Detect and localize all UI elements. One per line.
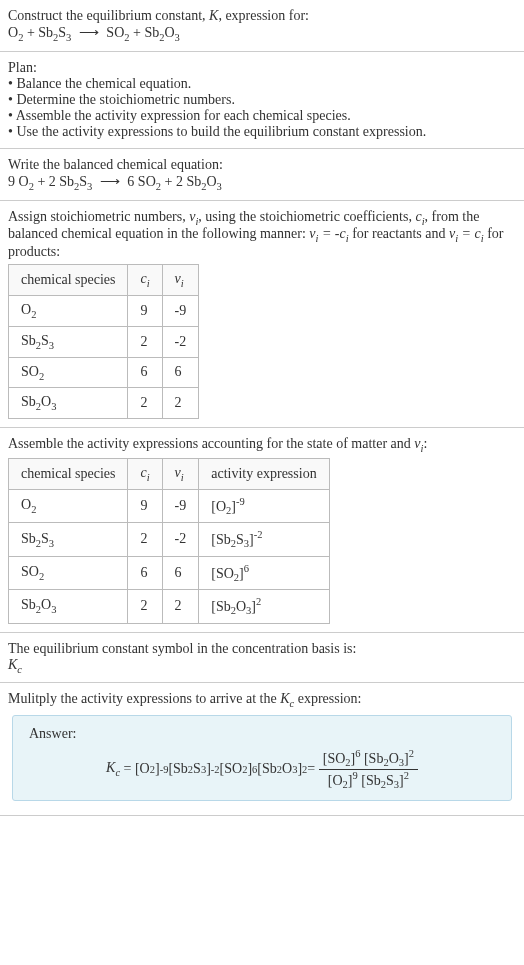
answer-box: Answer: Kc = [O2]-9 [Sb2S3]-2 [SO2]6 [Sb…	[12, 715, 512, 801]
nui-cell: 6	[162, 556, 199, 589]
nui-cell: -9	[162, 295, 199, 326]
header-section: Construct the equilibrium constant, K, e…	[0, 0, 524, 52]
nui-cell: 2	[162, 388, 199, 419]
table-header-row: chemical species ci νi activity expressi…	[9, 458, 330, 489]
species-cell: O2	[9, 489, 128, 522]
construct-text: Construct the equilibrium constant,	[8, 8, 209, 23]
nui-cell: -2	[162, 523, 199, 556]
ci-cell: 9	[128, 489, 162, 522]
multiply-text: Mulitply the activity expressions to arr…	[8, 691, 516, 709]
balanced-title: Write the balanced chemical equation:	[8, 157, 516, 173]
species-cell: SO2	[9, 556, 128, 589]
assign-section: Assign stoichiometric numbers, νi, using…	[0, 201, 524, 429]
ci-cell: 2	[128, 326, 162, 357]
nui-cell: -9	[162, 489, 199, 522]
nui-cell: -2	[162, 326, 199, 357]
answer-label: Answer:	[29, 726, 495, 742]
table-row: SO2 6 6	[9, 357, 199, 388]
eq-const-section: The equilibrium constant symbol in the c…	[0, 633, 524, 684]
assign-text: Assign stoichiometric numbers, νi, using…	[8, 209, 516, 261]
species-cell: Sb2S3	[9, 523, 128, 556]
ci-cell: 6	[128, 357, 162, 388]
activity-table: chemical species ci νi activity expressi…	[8, 458, 330, 624]
activity-section: Assemble the activity expressions accoun…	[0, 428, 524, 632]
table-row: O2 9 -9	[9, 295, 199, 326]
species-cell: SO2	[9, 357, 128, 388]
ci-cell: 6	[128, 556, 162, 589]
kc-expression: Kc = [O2]-9 [Sb2S3]-2 [SO2]6 [Sb2O3]2 = …	[29, 748, 495, 790]
plan-title: Plan:	[8, 60, 516, 76]
col-nui: νi	[162, 458, 199, 489]
balanced-section: Write the balanced chemical equation: 9 …	[0, 149, 524, 201]
table-row: Sb2O3 2 2	[9, 388, 199, 419]
ci-cell: 9	[128, 295, 162, 326]
activity-title: Assemble the activity expressions accoun…	[8, 436, 516, 454]
nui-cell: 6	[162, 357, 199, 388]
expression-for: , expression for:	[218, 8, 309, 23]
fraction-numerator: [SO2]6 [Sb2O3]2	[319, 748, 418, 769]
col-species: chemical species	[9, 458, 128, 489]
species-cell: Sb2O3	[9, 388, 128, 419]
ci-cell: 2	[128, 523, 162, 556]
activity-cell: [Sb2S3]-2	[199, 523, 329, 556]
col-activity: activity expression	[199, 458, 329, 489]
species-cell: Sb2O3	[9, 590, 128, 623]
fraction: [SO2]6 [Sb2O3]2 [O2]9 [Sb2S3]2	[319, 748, 418, 790]
plan-bullet-2: • Determine the stoichiometric numbers.	[8, 92, 516, 108]
plan-section: Plan: • Balance the chemical equation. •…	[0, 52, 524, 149]
plan-bullet-4: • Use the activity expressions to build …	[8, 124, 516, 140]
plan-bullet-3: • Assemble the activity expression for e…	[8, 108, 516, 124]
table-row: SO2 6 6 [SO2]6	[9, 556, 330, 589]
col-ci: ci	[128, 265, 162, 296]
eq-const-text: The equilibrium constant symbol in the c…	[8, 641, 516, 657]
activity-cell: [Sb2O3]2	[199, 590, 329, 623]
table-row: O2 9 -9 [O2]-9	[9, 489, 330, 522]
ci-cell: 2	[128, 590, 162, 623]
balanced-equation: 9 O2 + 2 Sb2S3 ⟶ 6 SO2 + 2 Sb2O3	[8, 173, 516, 192]
table-header-row: chemical species ci νi	[9, 265, 199, 296]
unbalanced-equation: O2 + Sb2S3 ⟶ SO2 + Sb2O3	[8, 24, 516, 43]
table-row: Sb2O3 2 2 [Sb2O3]2	[9, 590, 330, 623]
col-species: chemical species	[9, 265, 128, 296]
table-row: Sb2S3 2 -2 [Sb2S3]-2	[9, 523, 330, 556]
nui-cell: 2	[162, 590, 199, 623]
col-ci: ci	[128, 458, 162, 489]
species-cell: O2	[9, 295, 128, 326]
stoich-table: chemical species ci νi O2 9 -9 Sb2S3 2 -…	[8, 264, 199, 419]
kc-symbol: Kc	[8, 657, 516, 675]
col-nui: νi	[162, 265, 199, 296]
activity-cell: [O2]-9	[199, 489, 329, 522]
activity-cell: [SO2]6	[199, 556, 329, 589]
table-row: Sb2S3 2 -2	[9, 326, 199, 357]
plan-bullet-1: • Balance the chemical equation.	[8, 76, 516, 92]
k-symbol: K	[209, 8, 218, 23]
fraction-denominator: [O2]9 [Sb2S3]2	[319, 770, 418, 790]
ci-cell: 2	[128, 388, 162, 419]
species-cell: Sb2S3	[9, 326, 128, 357]
multiply-section: Mulitply the activity expressions to arr…	[0, 683, 524, 816]
